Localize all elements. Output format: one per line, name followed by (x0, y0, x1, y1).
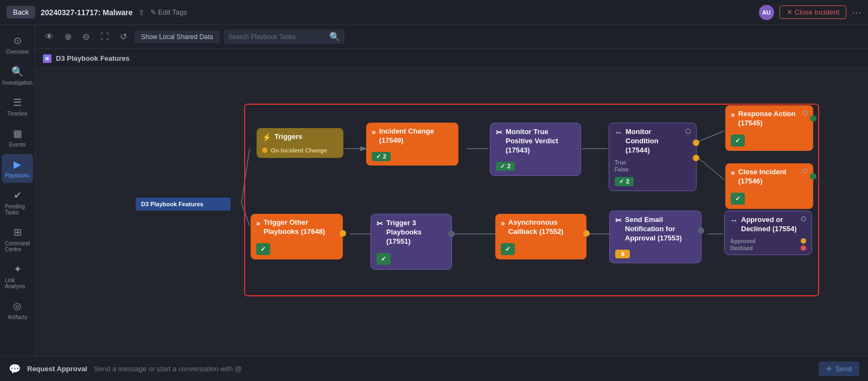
close-incident-check: ✓ (731, 193, 745, 205)
sidebar-item-overview[interactable]: ⊙ Overview (2, 30, 33, 59)
monitor-verdict-icon: ✂ (496, 128, 502, 137)
ci-expand-icon: ⬡ (802, 168, 808, 175)
triggers-node[interactable]: ⚡ Triggers On Incident Change (257, 128, 343, 158)
sidebar-item-artifacts[interactable]: ◎ Artifacts (2, 296, 33, 325)
zoom-in-button[interactable]: ⊕ (61, 29, 75, 44)
monitor-verdict-badge: ✓2 (496, 162, 515, 171)
close-icon: ✕ (787, 8, 793, 16)
close-incident-button[interactable]: ✕ Close Incident (780, 5, 846, 19)
back-button[interactable]: Back (7, 6, 35, 18)
avatar: AU (759, 5, 774, 20)
trigger3-icon: ✂ (376, 219, 383, 228)
close-node-icon: » (731, 168, 735, 177)
playbooks-icon: ▶ (14, 158, 21, 170)
search-box: 🔍 (224, 29, 344, 44)
refresh-button[interactable]: ↺ (117, 29, 130, 44)
show-local-button[interactable]: Show Local Shared Data (135, 30, 220, 43)
pencil-icon: ✎ (150, 8, 156, 16)
send-icon: ✈ (826, 365, 832, 373)
sidebar: ⊙ Overview 🔍 Investigation ☰ Timeline ▦ … (0, 25, 35, 356)
investigation-icon: 🔍 (11, 66, 23, 78)
trigger-other-node[interactable]: » Trigger Other Playbooks (17648) ✓ (251, 214, 343, 259)
command-centre-icon: ⊞ (14, 226, 22, 238)
response-action-check: ✓ (731, 135, 745, 147)
bottom-bar: 💬 Request Approval ✈ Send (0, 356, 868, 381)
playbook-toolbar: 👁 ⊕ ⊖ ⛶ ↺ Show Local Shared Data 🔍 (35, 25, 868, 49)
monitor-condition-badge: ✓2 (615, 177, 634, 186)
svg-line-4 (698, 158, 724, 180)
response-action-node[interactable]: » Response Action (17545) ⬡ ✓ (725, 105, 813, 151)
trigger3-node[interactable]: ✂ Trigger 3 Playbooks (17551) ✓ (371, 214, 452, 270)
pending-tasks-icon: ✔ (14, 189, 22, 201)
playbook-title-bar: ▦ D3 Playbook Features (35, 49, 868, 68)
request-approval-label: Request Approval (27, 365, 87, 373)
events-icon: ▦ (13, 128, 22, 139)
content-area: 👁 ⊕ ⊖ ⛶ ↺ Show Local Shared Data 🔍 ▦ D3 … (35, 25, 868, 356)
incident-title: 20240327-11717: Malware (41, 8, 133, 17)
ad-expand-icon: ⬡ (801, 215, 806, 223)
top-bar: Back 20240327-11717: Malware ⇧ ✎ Edit Ta… (0, 0, 868, 25)
incident-icon: » (372, 128, 376, 136)
sidebar-item-playbooks[interactable]: ▶ Playbooks (2, 154, 33, 183)
more-options-button[interactable]: ⋯ (852, 7, 861, 18)
async-callback-node[interactable]: » Asynchronous Callback (17552) ✓ (495, 214, 586, 259)
trigger-other-check: ✓ (256, 243, 270, 255)
eye-button[interactable]: 👁 (42, 30, 57, 44)
zoom-out-button[interactable]: ⊖ (79, 29, 93, 44)
sidebar-item-pending-tasks[interactable]: ✔ Pending Tasks (2, 185, 33, 220)
playbook-icon: ▦ (43, 54, 52, 63)
trigger3-check: ✓ (376, 253, 391, 265)
search-icon: 🔍 (329, 31, 340, 42)
async-check: ✓ (501, 243, 515, 255)
monitor-condition-node[interactable]: ↔ Monitor Condition (17544) ⬡ True False… (609, 123, 697, 191)
svg-line-5 (241, 203, 250, 226)
incident-change-node[interactable]: » Incident Change (17549) ✓2 (366, 123, 458, 166)
async-icon: » (501, 219, 505, 227)
top-bar-right: AU ✕ Close Incident ⋯ (759, 5, 861, 20)
sidebar-item-investigation[interactable]: 🔍 Investigation (2, 61, 33, 90)
sidebar-item-events[interactable]: ▦ Events (2, 123, 33, 152)
artifacts-icon: ◎ (13, 300, 22, 312)
sidebar-item-timeline[interactable]: ☰ Timeline (2, 92, 33, 121)
send-email-icon: ✂ (615, 216, 622, 225)
overview-icon: ⊙ (14, 35, 22, 47)
timeline-icon: ☰ (13, 97, 22, 109)
approved-icon: ↔ (730, 216, 738, 225)
send-email-pause: ⏸ (615, 250, 630, 258)
incident-check-badge: ✓2 (372, 152, 391, 161)
sidebar-item-command-centre[interactable]: ⊞ Command Centre (2, 222, 33, 257)
send-button[interactable]: ✈ Send (819, 361, 859, 376)
canvas[interactable]: D3 Playbook Features ⚡ Triggers On Incid… (35, 68, 868, 356)
chat-input[interactable] (94, 365, 812, 373)
chat-icon: 💬 (9, 363, 21, 375)
svg-line-3 (698, 131, 724, 142)
response-icon: » (731, 110, 735, 119)
ra-expand-icon: ⬡ (802, 110, 808, 117)
share-icon[interactable]: ⇧ (138, 8, 145, 17)
sidebar-item-link-analysis[interactable]: ✦ Link Analysis (2, 259, 33, 294)
edit-tags-button[interactable]: ✎ Edit Tags (150, 8, 187, 16)
link-analysis-icon: ✦ (14, 263, 22, 275)
trigger-other-icon: » (256, 219, 260, 227)
send-email-node[interactable]: ✂ Send Email Notification for Approval (… (609, 211, 701, 263)
expand-icon: ⬡ (685, 128, 691, 135)
fit-button[interactable]: ⛶ (97, 30, 112, 44)
search-input[interactable] (228, 33, 326, 41)
main-layout: ⊙ Overview 🔍 Investigation ☰ Timeline ▦ … (0, 25, 868, 356)
monitor-verdict-node[interactable]: ✂ Monitor True Positive Verdict (17543) … (490, 123, 581, 176)
playbook-title: D3 Playbook Features (56, 54, 130, 62)
svg-line-10 (241, 149, 250, 203)
condition-icon: ↔ (615, 128, 622, 137)
approved-declined-node[interactable]: ↔ Approved or Declined (17554) ⬡ Approve… (724, 211, 812, 255)
trigger-icon: ⚡ (262, 133, 271, 142)
d3-label-node[interactable]: D3 Playbook Features (136, 198, 231, 211)
close-incident-node[interactable]: » Close Incident (17546) ⬡ ✓ (725, 163, 813, 209)
